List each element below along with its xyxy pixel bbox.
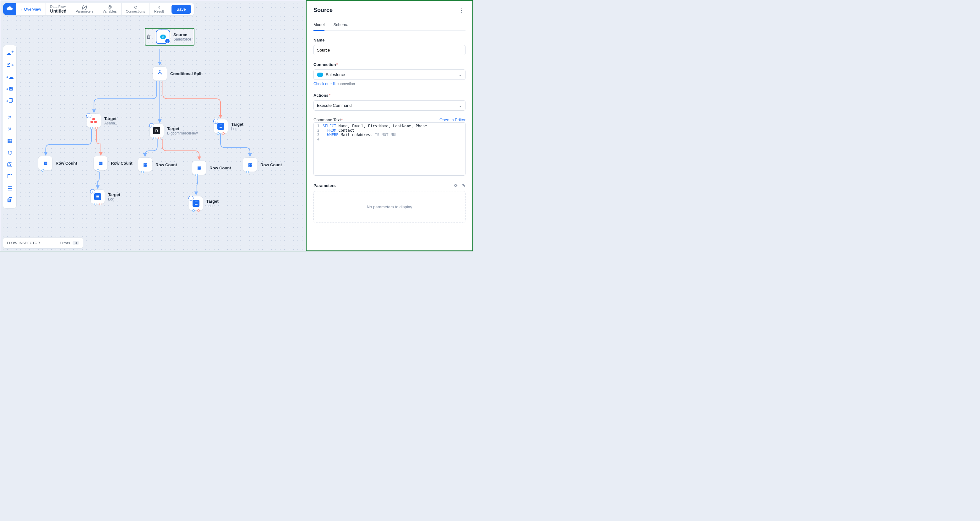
log-icon: ☰ <box>192 200 199 207</box>
flow-inspector[interactable]: FLOW INSPECTOR Errors 0 <box>3 237 83 249</box>
download-indicator-icon: ↓ <box>90 189 95 194</box>
name-label: Name <box>313 38 466 42</box>
chevron-down-icon: ⌄ <box>458 72 462 77</box>
actions-select[interactable]: Execute Command ⌄ <box>313 100 466 111</box>
connection-label: Connection <box>313 62 466 67</box>
node-bigc-box[interactable]: B ↓ <box>150 123 164 138</box>
connection-select[interactable]: Salesforce ⌄ <box>313 69 466 80</box>
command-text-editor[interactable]: 1SELECT Name, Email, FirstName, LastName… <box>313 122 466 176</box>
edit-parameters-icon[interactable]: ✎ <box>462 183 466 188</box>
node-target-log-1[interactable]: ☰ ↓ Target Log <box>213 119 243 134</box>
salesforce-icon: sf <box>160 35 165 39</box>
parameters-section-label: Parameters <box>313 183 336 188</box>
node-rowcount-2[interactable]: ▦ Row Count <box>93 156 132 170</box>
tab-model[interactable]: Model <box>313 19 325 31</box>
node-source-box[interactable]: sf ↓ <box>156 30 170 44</box>
parameters-empty: No parameters to display <box>313 191 466 223</box>
node-bigc-subtitle: BigcommerceNew <box>167 131 197 135</box>
delete-node-icon[interactable]: 🗑 <box>146 34 151 40</box>
node-rowcount-4[interactable]: ▦ Row Count <box>192 161 231 175</box>
asana-icon <box>91 118 97 123</box>
download-badge-icon: ↓ <box>165 38 170 44</box>
errors-count: 0 <box>73 241 79 245</box>
node-target-asana[interactable]: ↓ Target Asana1 <box>87 113 117 128</box>
node-target-log-3[interactable]: ☰ ↓ Target Log <box>189 196 219 210</box>
name-input[interactable] <box>313 45 466 55</box>
rowcount-icon: ▦ <box>43 161 48 166</box>
node-source-subtitle: Salesforce <box>173 37 191 41</box>
download-indicator-icon: ↓ <box>149 123 154 128</box>
side-panel: Source ⋮ Model Schema Name Connection Sa… <box>306 0 473 251</box>
node-rowcount-1[interactable]: ▦ Row Count <box>38 156 77 170</box>
check-connection-link[interactable]: Check or edit <box>313 82 336 86</box>
panel-title: Source <box>313 7 332 14</box>
download-indicator-icon: ↓ <box>86 113 91 118</box>
rowcount-icon: ▦ <box>197 165 201 170</box>
chevron-down-icon: ⌄ <box>458 103 462 108</box>
errors-label: Errors <box>60 241 70 245</box>
conditional-split-icon <box>156 69 164 78</box>
node-source[interactable]: 🗑 sf ↓ Source Salesforce <box>145 28 194 46</box>
download-indicator-icon: ↓ <box>188 196 194 201</box>
node-log1-subtitle: Log <box>231 127 243 131</box>
rowcount-icon: ▦ <box>248 162 252 167</box>
node-target-log-2[interactable]: ☰ ↓ Target Log <box>91 190 120 204</box>
rowcount-icon: ▦ <box>143 162 147 167</box>
node-rowcount-5[interactable]: ▦ Row Count <box>243 158 282 172</box>
refresh-parameters-icon[interactable]: ⟳ <box>454 183 458 188</box>
node-asana-title: Target <box>104 116 117 121</box>
node-rowcount-3[interactable]: ▦ Row Count <box>138 158 177 172</box>
node-split-box[interactable] <box>153 66 167 81</box>
panel-tabs: Model Schema <box>313 19 466 31</box>
tab-schema[interactable]: Schema <box>333 19 348 30</box>
log-icon: ☰ <box>217 123 224 130</box>
node-asana-subtitle: Asana1 <box>104 121 117 125</box>
panel-menu-icon[interactable]: ⋮ <box>457 6 466 14</box>
download-indicator-icon: ↓ <box>213 119 218 124</box>
node-bigc-title: Target <box>167 126 197 131</box>
rowcount-icon: ▦ <box>99 161 103 166</box>
bigcommerce-icon: B <box>153 127 160 134</box>
log-icon: ☰ <box>94 193 101 200</box>
open-in-editor-link[interactable]: Open in Editor <box>439 118 466 122</box>
node-source-title: Source <box>173 32 191 37</box>
node-split-title: Conditional Split <box>170 71 203 76</box>
command-text-label: Command Text <box>313 118 343 122</box>
node-asana-box[interactable]: ↓ <box>87 113 101 128</box>
node-target-bigcommerce[interactable]: B ↓ Target BigcommerceNew <box>150 123 197 138</box>
node-conditional-split[interactable]: Conditional Split <box>153 66 203 81</box>
flow-inspector-label: FLOW INSPECTOR <box>7 241 40 245</box>
node-log1-box[interactable]: ☰ ↓ <box>213 119 228 134</box>
actions-label: Actions <box>313 93 466 98</box>
node-log1-title: Target <box>231 122 243 127</box>
salesforce-icon <box>317 73 323 77</box>
